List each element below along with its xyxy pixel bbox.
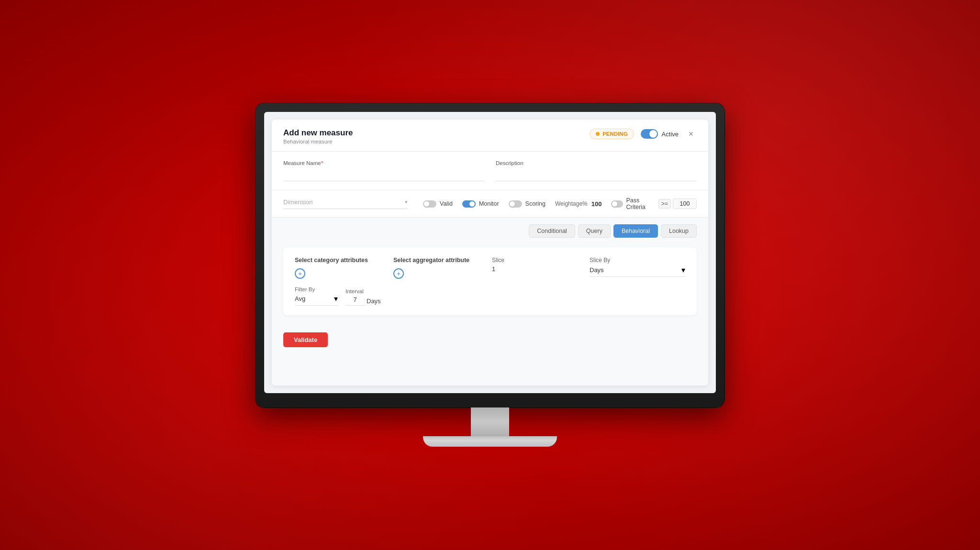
active-label: Active [662,131,679,138]
slice-by-select[interactable]: Days ▾ [590,265,685,277]
slice-value: 1 [492,265,578,273]
filter-by-value: Avg [295,295,332,302]
interval-col: Interval Days [345,288,381,306]
pending-dot-icon [596,132,600,136]
tab-query[interactable]: Query [578,224,611,238]
filter-by-col: Filter By Avg ▾ [295,286,338,306]
aggregator-col: Select aggregator attribute + [393,257,480,279]
scoring-toggle[interactable] [509,200,522,208]
pass-criteria-toggle-wrap: Pass Criteria [611,197,656,210]
monitor-base [423,436,557,447]
measure-name-field: Measure Name* [283,160,484,181]
description-input[interactable] [496,168,697,181]
pending-badge: PENDING [590,129,634,139]
valid-toggle-item: Valid [423,200,453,208]
slice-col: Slice 1 [492,257,578,279]
dimension-select[interactable]: Dimension ▾ [283,198,408,209]
weightage-value: 100 [591,200,602,208]
add-aggregator-button[interactable]: + [393,268,404,279]
pass-operator: >= [658,199,671,209]
measure-name-label: Measure Name* [283,160,484,166]
interval-input-group: Days [345,296,381,306]
category-title: Select category attributes [295,257,382,264]
slice-by-chevron-icon: ▾ [681,265,685,275]
filter-by-chevron-icon: ▾ [334,294,338,303]
filter-by-label: Filter By [295,286,338,292]
bottom-spacer [272,357,708,385]
attributes-row: Select category attributes + Select aggr… [295,257,685,279]
valid-label: Valid [440,200,453,207]
slice-by-value: Days [590,266,604,274]
tab-section: Conditional Query Behavioral Lookup [272,218,708,238]
weightage-group: Weightage% 100 [555,200,602,208]
modal-header: Add new measure Behavioral measure PENDI… [272,120,708,152]
monitor-toggle-item: Monitor [462,200,499,208]
filter-by-select[interactable]: Avg ▾ [295,294,338,306]
slice-title: Slice [492,257,578,264]
description-field: Description [496,160,697,181]
pass-criteria-toggle[interactable] [611,200,623,208]
modal-subtitle: Behavioral measure [283,139,353,144]
close-button[interactable]: × [685,128,697,140]
monitor-toggle[interactable] [462,200,476,208]
validate-section: Validate [272,332,708,357]
form-row: Measure Name* Description [283,160,697,181]
validate-button[interactable]: Validate [283,332,328,347]
behavioral-card: Select category attributes + Select aggr… [283,247,697,315]
days-label: Days [367,297,381,305]
active-toggle[interactable] [641,129,658,139]
dimension-row: Dimension ▾ Valid Monitor [272,190,708,218]
toggles-row: Valid Monitor Scoring [423,197,697,210]
interval-input[interactable] [345,296,365,306]
weightage-label: Weightage% [555,200,588,207]
monitor-bezel: Add new measure Behavioral measure PENDI… [256,103,724,407]
add-category-button[interactable]: + [295,268,305,279]
monitor-label: Monitor [479,200,499,207]
pending-label: PENDING [602,131,627,137]
form-fields-section: Measure Name* Description [272,152,708,190]
active-toggle-group[interactable]: Active [641,129,679,139]
tab-lookup[interactable]: Lookup [661,224,697,238]
tab-behavioral[interactable]: Behavioral [613,224,658,238]
modal-header-actions: PENDING Active × [590,128,697,140]
category-col: Select category attributes + [295,257,382,279]
monitor: Add new measure Behavioral measure PENDI… [256,103,724,447]
aggregator-title: Select aggregator attribute [393,257,480,264]
modal-title-section: Add new measure Behavioral measure [283,128,353,144]
pass-criteria-label: Pass Criteria [626,197,656,210]
filter-row: Filter By Avg ▾ Interval Days [295,286,685,306]
monitor-neck [471,407,509,436]
valid-toggle[interactable] [423,200,436,208]
pass-criteria-group: Pass Criteria >= [611,197,697,210]
tabs-row: Conditional Query Behavioral Lookup [283,224,697,238]
required-asterisk: * [321,160,323,166]
tab-conditional[interactable]: Conditional [529,224,575,238]
scoring-label: Scoring [525,200,546,207]
pass-criteria-input-wrap: >= [658,198,697,209]
chevron-down-icon: ▾ [405,199,408,205]
interval-label: Interval [345,288,381,294]
modal-title: Add new measure [283,128,353,138]
monitor-screen: Add new measure Behavioral measure PENDI… [264,112,716,393]
content-area: Select category attributes + Select aggr… [272,238,708,332]
dimension-label: Dimension [283,198,405,206]
slice-by-title: Slice By [590,257,685,264]
slice-by-col: Slice By Days ▾ [590,257,685,279]
pass-value-input[interactable] [673,198,697,209]
modal-container: Add new measure Behavioral measure PENDI… [272,120,708,385]
measure-name-input[interactable] [283,168,484,181]
description-label: Description [496,160,697,166]
scoring-toggle-item: Scoring [509,200,546,208]
